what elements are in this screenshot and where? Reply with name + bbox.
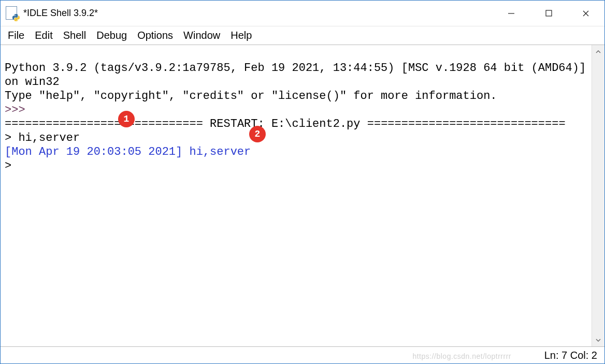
watermark: https://blog.csdn.net/loptrrrrr [412, 352, 511, 360]
statusbar: https://blog.csdn.net/loptrrrrr Ln: 7 Co… [1, 346, 604, 363]
menu-debug[interactable]: Debug [91, 27, 132, 43]
restart-rule-right: ============================= [361, 118, 566, 130]
scroll-track[interactable] [592, 58, 604, 333]
minimize-icon [508, 10, 515, 17]
app-window: *IDLE Shell 3.9.2* File Edit Shell Debug… [0, 0, 605, 364]
menu-options[interactable]: Options [132, 27, 178, 43]
close-button[interactable] [567, 1, 604, 26]
menu-window[interactable]: Window [178, 27, 225, 43]
vertical-scrollbar[interactable] [592, 45, 604, 346]
cursor-position: Ln: 7 Col: 2 [544, 350, 597, 361]
restart-line: ============================= RESTART: E… [5, 118, 566, 130]
menu-file[interactable]: File [3, 27, 30, 43]
python-banner: Python 3.9.2 (tags/v3.9.2:1a79785, Feb 1… [5, 62, 592, 89]
window-title: *IDLE Shell 3.9.2* [23, 8, 493, 19]
svg-rect-1 [546, 10, 552, 16]
prompt-open: > [5, 159, 18, 172]
scroll-up-arrow[interactable] [592, 45, 604, 58]
prompt: >>> [5, 104, 32, 117]
minimize-button[interactable] [493, 1, 530, 26]
titlebar: *IDLE Shell 3.9.2* [1, 1, 604, 26]
server-response: [Mon Apr 19 20:03:05 2021] hi,server [5, 145, 251, 158]
maximize-button[interactable] [530, 1, 567, 26]
chevron-up-icon [596, 49, 601, 54]
python-icon [12, 13, 20, 22]
editor-area: Python 3.9.2 (tags/v3.9.2:1a79785, Feb 1… [1, 45, 604, 346]
maximize-icon [545, 10, 552, 17]
menu-shell[interactable]: Shell [58, 27, 91, 43]
restart-label: RESTART: E:\client2.py [210, 118, 360, 130]
app-icon [1, 6, 23, 21]
user-input-line: > hi,server [5, 132, 80, 144]
chevron-down-icon [596, 338, 601, 343]
menu-help[interactable]: Help [225, 27, 257, 43]
close-icon [582, 10, 589, 17]
menubar: File Edit Shell Debug Options Window Hel… [1, 26, 604, 45]
window-controls [493, 1, 604, 26]
scroll-down-arrow[interactable] [592, 333, 604, 346]
menu-edit[interactable]: Edit [30, 27, 57, 43]
shell-text[interactable]: Python 3.9.2 (tags/v3.9.2:1a79785, Feb 1… [1, 45, 592, 346]
restart-rule-left: ============================= [5, 118, 210, 130]
help-hint: Type "help", "copyright", "credits" or "… [5, 90, 497, 103]
